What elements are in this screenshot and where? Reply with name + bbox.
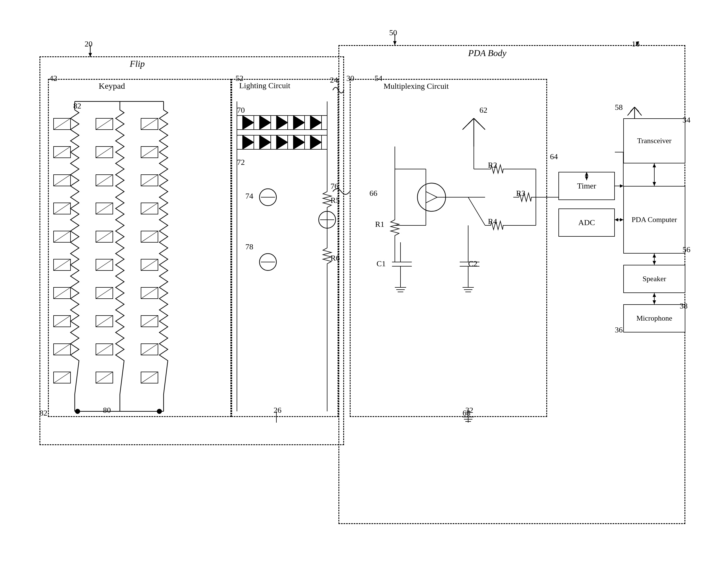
svg-marker-5 [393,41,397,45]
ref-38: 38 [680,301,687,311]
ref-36: 36 [615,326,623,334]
r6-label: R6 [330,254,340,262]
adc-label: ADC [578,218,595,227]
ref-74: 74 [245,192,253,201]
svg-marker-80 [243,135,254,149]
svg-marker-78 [310,115,322,130]
ref-62: 62 [479,106,487,115]
r2-label: R2 [488,161,497,170]
pda-computer-box: PDA Computer [623,186,685,254]
transceiver-label: Transceiver [637,136,671,145]
ref-78: 78 [245,242,253,251]
svg-point-69 [157,409,162,414]
adc-box: ADC [558,209,615,237]
r4-label: R4 [488,217,497,226]
timer-label: Timer [577,182,596,190]
svg-line-108 [474,118,485,130]
svg-marker-88 [310,135,322,149]
svg-marker-74 [276,115,288,130]
ref-80: 80 [103,406,111,415]
c2-label: C2 [468,259,478,268]
diagram-container: 20 Flip 16 PDA Body 50 42 Keypad 52 Ligh… [23,23,699,558]
ref-72: 72 [237,158,245,167]
ref-76: 76 [330,182,338,191]
svg-marker-84 [276,135,288,149]
svg-marker-1 [88,53,92,57]
svg-point-68 [75,409,80,414]
ref-56: 56 [683,245,690,254]
timer-box: Timer [558,172,615,200]
microphone-box: Microphone [623,304,685,333]
ref-82-left: 82 [39,408,47,418]
r5-label: R5 [330,196,340,205]
ref-66: 66 [369,189,377,198]
svg-marker-82 [259,135,271,149]
ref-70: 70 [237,106,245,115]
ref-82-right: 82 [73,101,81,110]
svg-line-146 [468,197,485,225]
transceiver-box: Transceiver [623,118,685,163]
r3-label: R3 [516,189,525,198]
circuit-svg [23,23,699,558]
ref-64: 64 [550,152,558,161]
microphone-label: Microphone [636,314,672,322]
svg-marker-3 [636,42,639,46]
speaker-box: Speaker [623,265,685,293]
r1-label: R1 [375,220,384,229]
svg-line-107 [463,118,474,130]
svg-marker-86 [293,135,305,149]
ref-34: 34 [683,115,690,125]
svg-marker-72 [259,115,271,130]
c1-label: C1 [377,259,386,268]
pda-computer-label: PDA Computer [631,215,677,225]
ref-58: 58 [615,103,623,112]
svg-marker-70 [243,115,254,130]
ref-68: 68 [463,408,470,418]
svg-marker-76 [293,115,305,130]
svg-marker-151 [615,218,618,222]
speaker-label: Speaker [642,275,666,283]
